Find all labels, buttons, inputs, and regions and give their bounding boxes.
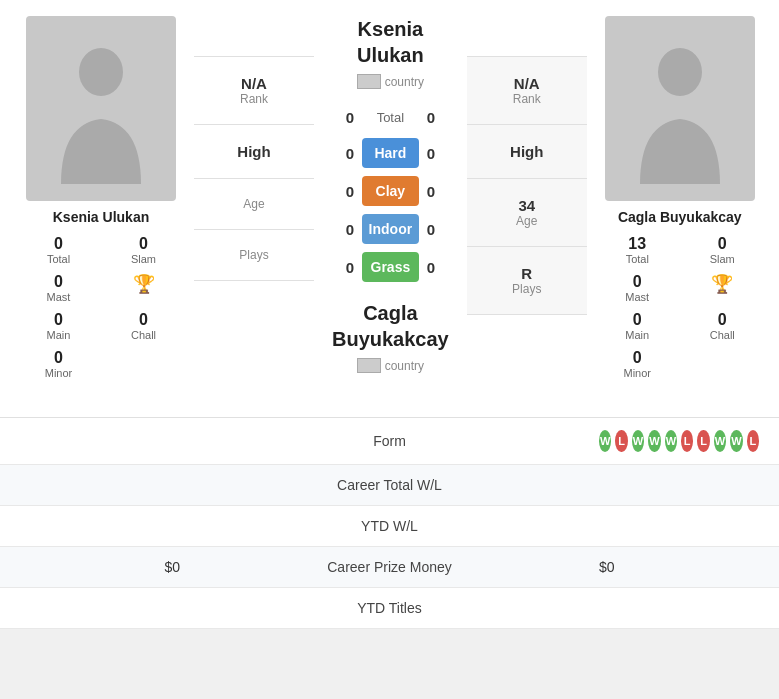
- ytd-titles-label: YTD Titles: [180, 600, 599, 616]
- hard-score-left: 0: [332, 145, 362, 162]
- right-country-flag: country: [357, 358, 424, 373]
- left-flag-img: [357, 74, 381, 89]
- ytd-wl-label: YTD W/L: [180, 518, 599, 534]
- left-age-block: Age: [194, 179, 314, 230]
- career-wl-row: Career Total W/L: [0, 465, 779, 506]
- right-total-cell: 13 Total: [595, 231, 680, 269]
- left-high-block: High: [194, 125, 314, 179]
- form-badge-w: W: [714, 430, 726, 452]
- clay-row: 0 Clay 0: [332, 176, 449, 206]
- main-container: Ksenia Ulukan 0 Total 0 Slam 0 Mast 🏆: [0, 0, 779, 629]
- left-total-cell: 0 Total: [16, 231, 101, 269]
- left-country-label: country: [385, 75, 424, 89]
- prize-row: $0 Career Prize Money $0: [0, 547, 779, 588]
- indoor-row: 0 Indoor 0: [332, 214, 449, 244]
- right-age-value: 34: [475, 197, 579, 214]
- left-stats-grid: 0 Total 0 Slam 0 Mast 🏆 0 Main: [16, 231, 186, 383]
- svg-point-1: [658, 48, 702, 96]
- left-high-value: High: [202, 143, 306, 160]
- right-minor-label: Minor: [597, 367, 678, 379]
- right-trophy-icon: 🏆: [711, 274, 733, 294]
- right-player-name: Cagla Buyukakcay: [618, 209, 742, 225]
- prize-left: $0: [20, 559, 180, 575]
- form-badge-l: L: [615, 430, 627, 452]
- career-wl-label: Career Total W/L: [180, 477, 599, 493]
- left-chall-value: 0: [103, 311, 184, 329]
- grass-score-left: 0: [332, 259, 362, 276]
- right-country-label: country: [385, 359, 424, 373]
- form-row: Form WLWWWLLWWL: [0, 418, 779, 465]
- left-age-label: Age: [202, 197, 306, 211]
- left-plays-label: Plays: [202, 248, 306, 262]
- form-badge-w: W: [665, 430, 677, 452]
- left-rank-block: N/A Rank: [194, 56, 314, 125]
- left-country-flag: country: [357, 74, 424, 89]
- total-score-right: 0: [419, 109, 449, 126]
- left-player-name: Ksenia Ulukan: [53, 209, 149, 225]
- clay-badge: Clay: [362, 176, 419, 206]
- left-player-avatar: [26, 16, 176, 201]
- form-label: Form: [180, 433, 599, 449]
- right-chall-value: 0: [682, 311, 763, 329]
- right-info-panel: N/A Rank High 34 Age R Plays: [467, 16, 587, 393]
- hard-badge: Hard: [362, 138, 419, 168]
- indoor-badge: Indoor: [362, 214, 419, 244]
- right-rank-label: Rank: [475, 92, 579, 106]
- grass-badge: Grass: [362, 252, 419, 282]
- form-badge-l: L: [747, 430, 759, 452]
- left-trophy-icon: 🏆: [133, 274, 155, 294]
- right-mast-value: 0: [597, 273, 678, 291]
- right-flag-img: [357, 358, 381, 373]
- left-plays-block: Plays: [194, 230, 314, 281]
- right-plays-block: R Plays: [467, 247, 587, 315]
- form-right: WLWWWLLWWL: [599, 430, 759, 452]
- form-badge-l: L: [697, 430, 709, 452]
- hard-row: 0 Hard 0: [332, 138, 449, 168]
- left-mast-label: Mast: [18, 291, 99, 303]
- left-slam-cell: 0 Slam: [101, 231, 186, 269]
- form-badge-w: W: [648, 430, 660, 452]
- surface-comparison-rows: 0 Total 0 0 Hard 0 0 Clay 0: [332, 109, 449, 290]
- hard-score-right: 0: [419, 145, 449, 162]
- form-badge-w: W: [730, 430, 742, 452]
- right-slam-value: 0: [682, 235, 763, 253]
- left-slam-label: Slam: [103, 253, 184, 265]
- left-total-label: Total: [18, 253, 99, 265]
- right-player-card: Cagla Buyukakcay 13 Total 0 Slam 0 Mast …: [595, 16, 765, 393]
- form-badge-l: L: [681, 430, 693, 452]
- left-rank-label: Rank: [202, 92, 306, 106]
- right-high-block: High: [467, 125, 587, 179]
- left-player-card: Ksenia Ulukan 0 Total 0 Slam 0 Mast 🏆: [16, 16, 186, 393]
- form-badge-w: W: [599, 430, 611, 452]
- right-trophy-cell: 🏆: [680, 269, 765, 307]
- right-total-label: Total: [597, 253, 678, 265]
- indoor-score-left: 0: [332, 221, 362, 238]
- svg-point-0: [79, 48, 123, 96]
- form-badge-w: W: [632, 430, 644, 452]
- total-label: Total: [362, 110, 419, 125]
- right-chall-cell: 0 Chall: [680, 307, 765, 345]
- prize-right: $0: [599, 559, 759, 575]
- right-minor-value: 0: [597, 349, 678, 367]
- left-center-name: Ksenia Ulukan: [357, 16, 424, 68]
- right-rank-block: N/A Rank: [467, 56, 587, 125]
- right-plays-label: Plays: [475, 282, 579, 296]
- clay-score-left: 0: [332, 183, 362, 200]
- grass-row: 0 Grass 0: [332, 252, 449, 282]
- clay-score-right: 0: [419, 183, 449, 200]
- right-player-avatar: [605, 16, 755, 201]
- left-main-value: 0: [18, 311, 99, 329]
- left-trophy-cell: 🏆: [101, 269, 186, 307]
- middle-comparison: Ksenia Ulukan country 0 Total 0 0: [322, 16, 459, 393]
- left-minor-label: Minor: [18, 367, 99, 379]
- right-slam-cell: 0 Slam: [680, 231, 765, 269]
- right-rank-value: N/A: [475, 75, 579, 92]
- right-main-value: 0: [597, 311, 678, 329]
- right-age-label: Age: [475, 214, 579, 228]
- right-mast-cell: 0 Mast: [595, 269, 680, 307]
- left-name-country: Ksenia Ulukan country: [357, 16, 424, 99]
- right-total-value: 13: [597, 235, 678, 253]
- right-mast-label: Mast: [597, 291, 678, 303]
- ytd-titles-row: YTD Titles: [0, 588, 779, 629]
- right-age-block: 34 Age: [467, 179, 587, 247]
